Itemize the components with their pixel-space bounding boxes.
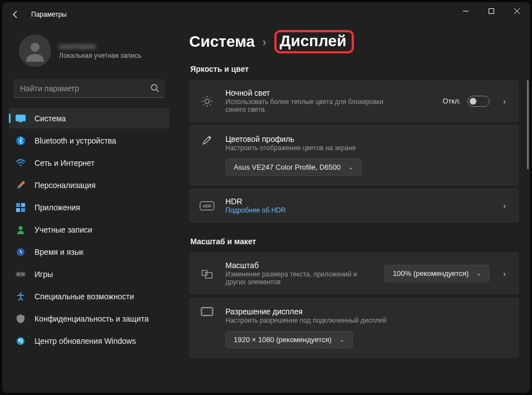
search-icon (150, 83, 159, 95)
svg-point-5 (151, 85, 157, 90)
card-subtitle: Настроить разрешение под подключенный ди… (225, 317, 403, 324)
sidebar-item-bluetooth[interactable]: Bluetooth и устройства (9, 130, 169, 151)
sidebar-item-network[interactable]: Сеть и Интернет (9, 152, 169, 173)
arrow-left-icon (11, 10, 20, 19)
hdr-icon: HDR (200, 201, 214, 210)
shield-icon (16, 314, 26, 324)
wifi-icon (16, 158, 26, 168)
sidebar-item-accessibility[interactable]: Специальные возможности (9, 286, 169, 307)
chevron-down-icon: ⌄ (339, 336, 344, 343)
close-button[interactable] (504, 2, 530, 20)
sidebar-item-privacy[interactable]: Конфиденциальность и защита (9, 308, 169, 329)
sidebar-item-label: Персонализация (35, 181, 96, 190)
card-body: Ночной свет Использовать более теплые цв… (225, 88, 431, 113)
colorprofile-dropdown[interactable]: Asus VE247 Color Profile, D6500 ⌄ (225, 159, 362, 176)
chevron-right-icon[interactable]: › (501, 97, 508, 106)
minimize-icon (463, 8, 469, 14)
gamepad-icon (16, 269, 26, 279)
card-scale[interactable]: Масштаб Изменение размера текста, прилож… (189, 253, 519, 294)
eyedropper-icon (200, 135, 214, 146)
update-icon (16, 336, 26, 346)
resolution-dropdown[interactable]: 1920 × 1080 (рекомендуется) ⌄ (225, 331, 353, 348)
svg-rect-1 (489, 9, 494, 14)
accessibility-icon (16, 292, 26, 302)
sidebar-item-system[interactable]: Система (9, 108, 169, 129)
svg-rect-11 (16, 203, 20, 207)
nav-list: Система Bluetooth и устройства Сеть и Ин… (7, 108, 171, 351)
profile-name: username (59, 42, 141, 51)
sidebar-item-label: Конфиденциальность и защита (35, 314, 149, 323)
svg-point-15 (19, 226, 23, 230)
settings-window: Параметры username Локальная учетная зап… (2, 2, 530, 393)
window-controls (453, 2, 530, 20)
card-title: HDR (225, 197, 490, 206)
sidebar-item-gaming[interactable]: Игры (9, 264, 169, 284)
resolution-icon (200, 307, 214, 316)
chevron-down-icon: ⌄ (348, 164, 353, 171)
maximize-button[interactable] (479, 2, 504, 20)
sidebar-item-label: Специальные возможности (35, 292, 134, 301)
clock-icon (16, 247, 26, 257)
card-colorprofile: Цветовой профиль Настроить отображение ц… (189, 125, 519, 185)
svg-point-4 (31, 43, 40, 52)
svg-point-31 (209, 136, 211, 139)
window-title: Параметры (31, 11, 67, 18)
sidebar: username Локальная учетная запись Систем… (2, 27, 178, 393)
card-hdr[interactable]: HDR HDR Подробнее об HDR › (189, 189, 519, 223)
svg-rect-17 (16, 272, 26, 276)
dropdown-value: 1920 × 1080 (рекомендуется) (234, 335, 332, 344)
nightlight-toggle[interactable] (467, 96, 490, 107)
breadcrumb: Система › Дисплей (189, 30, 519, 53)
card-subtitle: Использовать более теплые цвета для блок… (225, 98, 403, 113)
breadcrumb-current-highlight: Дисплей (274, 30, 354, 53)
sidebar-item-label: Приложения (35, 203, 80, 212)
sun-icon (200, 95, 214, 107)
dropdown-value: Asus VE247 Color Profile, D6500 (234, 163, 341, 171)
sidebar-item-time[interactable]: Время и язык (9, 241, 169, 262)
avatar (19, 34, 51, 67)
titlebar: Параметры (2, 2, 530, 27)
sidebar-item-apps[interactable]: Приложения (9, 197, 169, 218)
scale-dropdown[interactable]: 100% (рекомендуется) ⌄ (385, 265, 490, 282)
sidebar-item-label: Сеть и Интернет (35, 159, 95, 167)
chevron-right-icon[interactable]: › (501, 269, 508, 278)
search-input[interactable] (13, 79, 165, 98)
scale-icon (200, 268, 214, 279)
section-scale-heading: Масштаб и макет (190, 237, 519, 246)
sidebar-item-update[interactable]: Центр обновления Windows (9, 330, 169, 351)
dropdown-value: 100% (рекомендуется) (393, 269, 469, 278)
main-panel: Система › Дисплей Яркость и цвет Ночной … (178, 27, 530, 393)
svg-rect-13 (16, 208, 20, 212)
toggle-state-label: Откл. (442, 97, 461, 105)
sidebar-item-label: Игры (35, 270, 53, 279)
hdr-link[interactable]: Подробнее об HDR (225, 206, 403, 214)
svg-point-22 (205, 99, 209, 103)
svg-rect-37 (201, 308, 213, 316)
card-title: Масштаб (225, 261, 373, 270)
bluetooth-icon (16, 136, 26, 146)
scrollbar[interactable] (527, 80, 529, 169)
profile-type: Локальная учетная запись (59, 52, 141, 60)
breadcrumb-parent[interactable]: Система (189, 33, 255, 51)
chevron-right-icon[interactable]: › (501, 201, 508, 210)
sidebar-item-label: Учетные записи (35, 225, 92, 234)
svg-line-29 (210, 97, 211, 98)
back-button[interactable] (7, 6, 24, 23)
sidebar-item-label: Центр обновления Windows (35, 337, 136, 345)
sidebar-item-label: Bluetooth и устройства (35, 136, 116, 145)
minimize-button[interactable] (453, 2, 479, 20)
section-brightness-heading: Яркость и цвет (190, 65, 519, 73)
breadcrumb-current: Дисплей (280, 32, 347, 50)
svg-rect-14 (21, 208, 25, 212)
person-icon (16, 225, 26, 235)
sidebar-item-accounts[interactable]: Учетные записи (9, 219, 169, 240)
svg-line-27 (203, 97, 204, 98)
svg-rect-36 (202, 308, 212, 315)
maximize-icon (489, 8, 494, 14)
profile-info: username Локальная учетная запись (59, 42, 141, 60)
card-nightlight[interactable]: Ночной свет Использовать более теплые цв… (189, 80, 519, 122)
svg-line-30 (203, 104, 204, 105)
svg-line-28 (210, 104, 211, 105)
sidebar-item-personalization[interactable]: Персонализация (9, 175, 169, 195)
profile-block[interactable]: username Локальная учетная запись (7, 27, 171, 79)
